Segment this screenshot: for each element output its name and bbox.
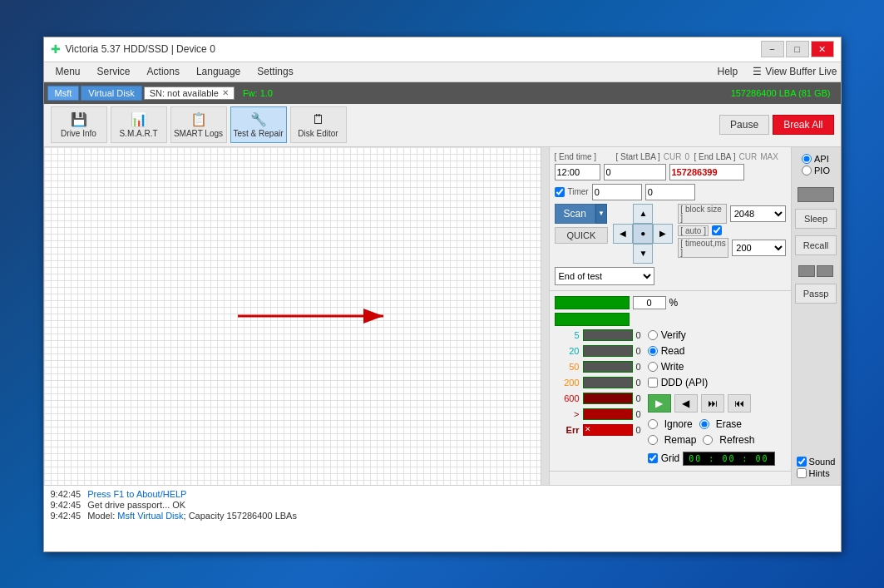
hints-checkbox[interactable] xyxy=(797,468,807,478)
diamond-empty-tl xyxy=(613,204,633,224)
refresh-label: Refresh xyxy=(719,434,754,446)
ddd-row: DDD (API) xyxy=(648,377,786,388)
diamond-empty-bl xyxy=(613,244,633,264)
stat-row-20: 20 0 xyxy=(555,345,641,357)
mini-button-1[interactable] xyxy=(798,187,834,202)
quick-button[interactable]: QUICK xyxy=(555,227,609,244)
stat-row-gt: > 0 xyxy=(555,408,641,420)
verify-radio[interactable] xyxy=(648,330,658,340)
remap-radio[interactable] xyxy=(648,435,658,445)
hints-check-item: Hints xyxy=(797,468,836,478)
pause-button[interactable]: Pause xyxy=(719,115,769,135)
remap-row: Remap Refresh xyxy=(648,434,786,446)
disk-editor-label: Disk Editor xyxy=(298,129,338,138)
read-row: Read xyxy=(648,345,786,357)
minimize-button[interactable]: − xyxy=(761,41,784,57)
stat-bar-50 xyxy=(583,361,633,373)
skip-forward-button[interactable]: ⏭ xyxy=(701,394,724,413)
device-tab-msft[interactable]: Msft xyxy=(47,86,80,101)
diamond-right[interactable]: ▶ xyxy=(653,224,673,244)
disk-editor-button[interactable]: 🗒 Disk Editor xyxy=(290,106,347,143)
stat-row-err: Err ✕ 0 xyxy=(555,424,641,436)
menu-item-settings[interactable]: Settings xyxy=(249,64,301,79)
write-radio[interactable] xyxy=(648,362,658,372)
stat-bar-5 xyxy=(583,329,633,341)
timer-input[interactable] xyxy=(592,184,642,200)
erase-radio[interactable] xyxy=(699,419,709,429)
log-row-1: 9:42:45 Get drive passport... OK xyxy=(51,500,834,510)
arrow-overlay xyxy=(230,299,396,335)
end-of-test-select[interactable]: End of test Restart Shutdown xyxy=(555,267,654,285)
scan-button[interactable]: Scan xyxy=(555,204,595,224)
skip-end-button[interactable]: ⏮ xyxy=(728,394,751,413)
diamond-empty-br xyxy=(653,244,673,264)
scan-dropdown-arrow[interactable]: ▼ xyxy=(595,204,607,224)
menu-item-actions[interactable]: Actions xyxy=(139,64,188,79)
stat-bar-20 xyxy=(583,345,633,357)
pio-radio-item: PIO xyxy=(802,166,830,175)
col-headers: [ End time ] [ Start LBA ] CUR 0 [ End L… xyxy=(555,152,786,161)
device-tab-virtual[interactable]: Virtual Disk xyxy=(81,86,141,101)
log-model-msft: Msft xyxy=(117,511,135,521)
hints-label: Hints xyxy=(809,468,830,478)
menu-item-help[interactable]: Help xyxy=(709,64,747,79)
maximize-button[interactable]: □ xyxy=(786,41,809,57)
mini-button-3[interactable] xyxy=(817,265,833,277)
break-all-button[interactable]: Break All xyxy=(773,115,833,135)
menu-item-menu[interactable]: Menu xyxy=(47,64,89,79)
menu-right: Help ☰ View Buffer Live xyxy=(709,64,837,79)
timer-checkbox[interactable] xyxy=(555,187,565,197)
sleep-button[interactable]: Sleep xyxy=(795,209,837,229)
grid-checkbox[interactable] xyxy=(648,453,658,463)
test-repair-label: Test & Repair xyxy=(233,129,283,138)
progress-pct-input[interactable] xyxy=(633,296,666,309)
hamburger-icon: ☰ xyxy=(753,66,762,77)
end-lba-input[interactable] xyxy=(669,164,744,180)
passp-button[interactable]: Passp xyxy=(795,284,837,304)
start-lba-input[interactable] xyxy=(604,164,666,180)
menu-item-language[interactable]: Language xyxy=(188,64,249,79)
block-size-row: [ block size ] 2048 512 1024 4096 xyxy=(678,204,785,224)
grid-row: Grid 00 : 00 : 00 xyxy=(648,452,786,466)
play-button[interactable]: ▶ xyxy=(648,394,671,413)
timer-max-input[interactable] xyxy=(645,184,695,200)
ignore-radio[interactable] xyxy=(648,419,658,429)
auto-checkbox[interactable] xyxy=(712,225,722,235)
api-radio[interactable] xyxy=(802,154,812,164)
diamond-center[interactable]: ● xyxy=(633,224,653,244)
recall-button[interactable]: Recall xyxy=(795,235,837,255)
prev-button[interactable]: ◀ xyxy=(674,394,698,413)
sound-checkbox[interactable] xyxy=(797,457,807,467)
ddd-checkbox[interactable] xyxy=(648,378,658,388)
smart-logs-label: SMART Logs xyxy=(174,129,223,138)
log-msg-1: Get drive passport... OK xyxy=(87,500,185,510)
menu-item-service[interactable]: Service xyxy=(89,64,139,79)
timer-row: Timer xyxy=(555,184,786,200)
close-button[interactable]: ✕ xyxy=(811,41,834,57)
mini-button-2[interactable] xyxy=(798,265,815,277)
refresh-radio[interactable] xyxy=(703,435,713,445)
window-controls: − □ ✕ xyxy=(761,41,834,57)
diamond-up[interactable]: ▲ xyxy=(633,204,653,224)
diamond-left[interactable]: ◀ xyxy=(613,224,633,244)
log-time-2: 9:42:45 xyxy=(51,511,81,521)
ddd-label: DDD (API) xyxy=(661,377,709,388)
diamond-down[interactable]: ▼ xyxy=(633,244,653,264)
scan-dropdown: Scan ▼ xyxy=(555,204,609,224)
smart-button[interactable]: 📊 S.M.A.R.T xyxy=(111,106,167,143)
view-buffer-button[interactable]: ☰ View Buffer Live xyxy=(753,66,837,77)
drive-info-button[interactable]: 💾 Drive Info xyxy=(51,106,107,143)
sn-close[interactable]: ✕ xyxy=(222,88,229,97)
end-time-input[interactable] xyxy=(555,164,600,180)
pct-sign: % xyxy=(669,297,679,309)
timeout-select[interactable]: 200 100 500 xyxy=(732,240,785,256)
smart-logs-button[interactable]: 📋 SMART Logs xyxy=(170,106,227,143)
block-size-select[interactable]: 2048 512 1024 4096 xyxy=(730,205,786,222)
read-radio[interactable] xyxy=(648,346,658,356)
scan-scrollbar[interactable] xyxy=(541,147,549,485)
stat-num-err: 0 xyxy=(636,425,641,435)
log-msg-0[interactable]: Press F1 to About/HELP xyxy=(87,489,186,499)
test-repair-button[interactable]: 🔧 Test & Repair xyxy=(230,106,287,143)
stat-label-50: 50 xyxy=(555,362,580,372)
pio-radio[interactable] xyxy=(802,166,812,175)
